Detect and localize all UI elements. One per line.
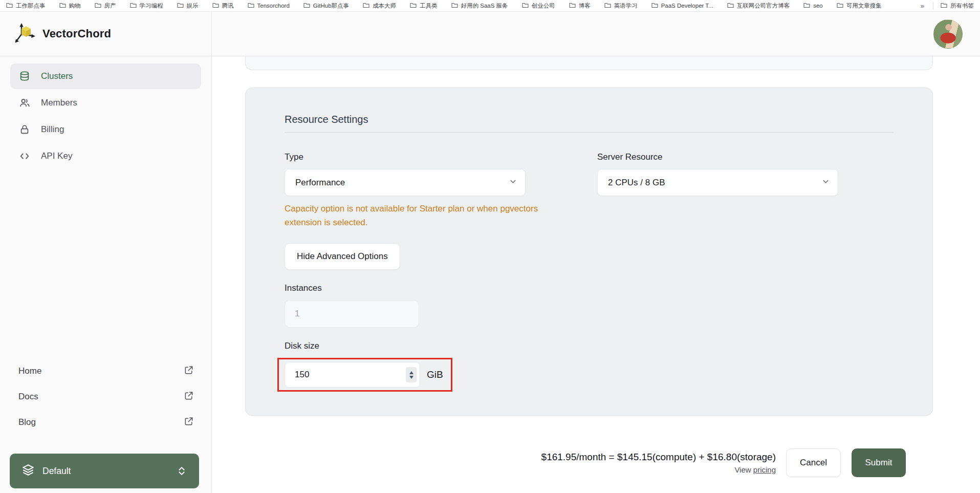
server-resource-select-value: 2 CPUs / 8 GB [608,178,665,188]
link-label: Home [18,366,41,376]
bookmark-item[interactable]: 可用文章搜集 [837,2,882,10]
external-link-icon [184,416,194,429]
chevron-down-icon [822,178,830,188]
view-pricing-link[interactable]: View pricing [541,465,776,474]
bookmark-label: 腾讯 [222,2,234,10]
unfold-chevrons-icon [176,465,187,477]
folder-icon [604,3,611,9]
hide-advanced-options-button[interactable]: Hide Advanced Options [285,243,400,270]
bookmark-label: 创业公司 [532,2,555,10]
sidebar-item-label: Billing [41,124,64,135]
layers-icon [21,463,35,479]
folder-icon [941,3,947,9]
cancel-button[interactable]: Cancel [786,448,841,477]
bookmark-item[interactable]: 购物 [59,2,81,10]
folder-icon [569,3,576,9]
bookmark-item[interactable]: 娱乐 [177,2,199,10]
red-highlight-box: GiB [277,358,452,392]
bookmark-item[interactable]: 腾讯 [212,2,234,10]
folder-icon [727,3,734,9]
folder-icon [59,3,66,9]
bookmark-item[interactable]: 成本大师 [363,2,396,10]
submit-button[interactable]: Submit [852,448,906,477]
disk-size-input[interactable] [295,370,406,380]
type-select-value: Performance [295,178,345,188]
all-bookmarks-button[interactable]: 所有书签 [941,2,974,10]
bookmark-item[interactable]: 学习编程 [130,2,163,10]
screen: 工作那点事购物房产学习编程娱乐腾讯TensorchordGitHub那点事成本大… [0,0,980,493]
sidebar-item-clusters[interactable]: Clusters [10,63,201,89]
bookmark-item[interactable]: 互联网公司官方博客 [727,2,790,10]
bookmarks-right-group: » 所有书签 [919,2,974,10]
external-link-icon [184,365,194,378]
bookmark-label: 学习编程 [140,2,163,10]
sidebar-nav: Clusters Members Billing [0,56,211,169]
code-icon [19,151,30,162]
bookmark-label: 英语学习 [614,2,638,10]
sidebar-item-label: API Key [41,151,72,161]
database-icon [19,71,30,82]
folder-icon [212,3,219,9]
brand-name: VectorChord [42,27,111,40]
sidebar-link-home[interactable]: Home [10,358,201,384]
bookmark-item[interactable]: 博客 [569,2,591,10]
number-stepper[interactable] [406,367,417,382]
price-summary: $161.95/month = $145.15(compute) + $16.8… [541,452,776,463]
type-label: Type [285,152,526,162]
bookmark-item[interactable]: Tensorchord [248,3,290,9]
external-link-icon [184,391,194,403]
view-pricing-word[interactable]: pricing [753,465,776,474]
bookmark-item[interactable]: 好用的 SaaS 服务 [451,2,508,10]
bookmark-label: seo [813,3,823,9]
vectorchord-logo-icon [14,22,38,46]
bookmark-item[interactable]: GitHub那点事 [303,2,349,10]
all-bookmarks-label: 所有书签 [950,2,974,10]
brand-header: VectorChord [0,12,211,56]
sidebar-spacer [0,169,211,358]
bookmark-item[interactable]: seo [803,3,823,9]
stepper-down-icon[interactable] [409,376,413,379]
folder-icon [130,3,137,9]
bookmarks-separator [933,2,933,10]
instances-input[interactable] [285,300,419,328]
project-switcher-button[interactable]: Default [10,454,199,488]
bookmark-label: 博客 [579,2,591,10]
folder-icon [177,3,184,9]
folder-icon [837,3,843,9]
folder-icon [6,3,13,9]
bookmark-label: 好用的 SaaS 服务 [461,2,508,10]
disk-size-label: Disk size [285,341,894,351]
server-resource-label: Server Resource [597,152,838,162]
server-resource-field: Server Resource 2 CPUs / 8 GB [597,152,838,196]
folder-icon [95,3,101,9]
bookmark-label: 娱乐 [187,2,199,10]
sidebar-external-links: Home Docs Blog [0,358,211,435]
sidebar-item-billing[interactable]: Billing [10,117,201,142]
server-resource-select[interactable]: 2 CPUs / 8 GB [597,169,838,196]
chevron-down-icon [509,178,517,188]
sidebar-link-blog[interactable]: Blog [10,410,201,435]
link-label: Blog [18,417,36,427]
top-header [212,12,980,56]
bookmark-item[interactable]: PaaS Developer T... [651,3,713,9]
bookmark-label: 工具类 [420,2,438,10]
bookmark-item[interactable]: 工作那点事 [6,2,46,10]
bookmark-item[interactable]: 工具类 [410,2,438,10]
bookmark-label: PaaS Developer T... [661,3,713,9]
stepper-up-icon[interactable] [409,371,413,374]
bookmark-item[interactable]: 房产 [95,2,116,10]
disk-size-field-box [285,362,420,388]
sidebar-link-docs[interactable]: Docs [10,384,201,410]
bookmarks-overflow-icon[interactable]: » [919,2,926,10]
bookmark-label: 房产 [104,2,116,10]
users-icon [19,97,30,109]
price-block: $161.95/month = $145.15(compute) + $16.8… [541,452,776,474]
type-select[interactable]: Performance [285,169,526,196]
bookmark-item[interactable]: 创业公司 [522,2,555,10]
sidebar-item-api-key[interactable]: API Key [10,143,201,169]
bookmark-label: Tensorchord [257,3,290,9]
sidebar-item-members[interactable]: Members [10,90,201,116]
user-avatar[interactable] [933,19,963,49]
resource-settings-card: Resource Settings Type Performance [245,88,933,416]
bookmark-item[interactable]: 英语学习 [604,2,638,10]
